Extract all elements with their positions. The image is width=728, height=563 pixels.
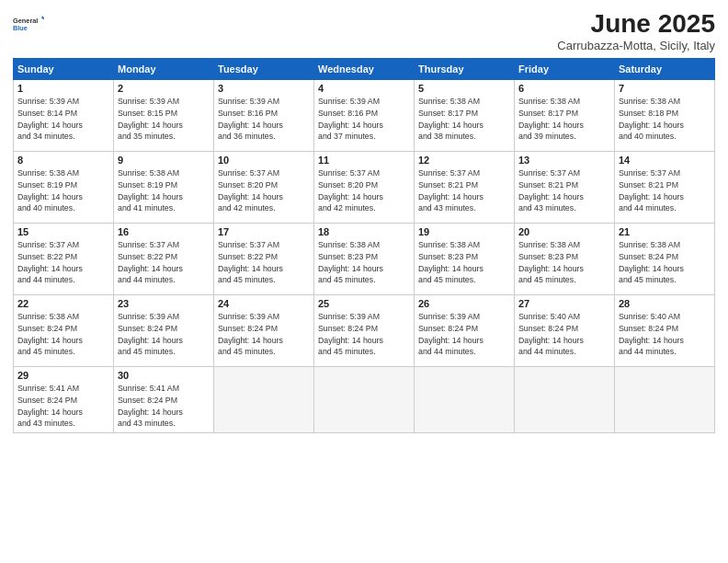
calendar-cell: 22Sunrise: 5:38 AMSunset: 8:24 PMDayligh… — [14, 295, 114, 367]
calendar-cell: 23Sunrise: 5:39 AMSunset: 8:24 PMDayligh… — [114, 295, 214, 367]
col-header-friday: Friday — [515, 59, 615, 80]
day-number: 21 — [619, 226, 711, 237]
day-number: 20 — [518, 226, 610, 237]
calendar-cell: 20Sunrise: 5:38 AMSunset: 8:23 PMDayligh… — [515, 224, 615, 295]
calendar-cell: 25Sunrise: 5:39 AMSunset: 8:24 PMDayligh… — [314, 295, 415, 367]
day-number: 4 — [318, 83, 410, 94]
calendar-cell: 13Sunrise: 5:37 AMSunset: 8:21 PMDayligh… — [515, 152, 615, 224]
day-number: 13 — [518, 155, 610, 166]
day-number: 12 — [418, 155, 510, 166]
calendar-cell — [615, 367, 715, 433]
calendar-cell: 9Sunrise: 5:38 AMSunset: 8:19 PMDaylight… — [114, 152, 214, 224]
day-info: Sunrise: 5:37 AMSunset: 8:21 PMDaylight:… — [418, 167, 510, 214]
svg-text:Blue: Blue — [13, 24, 28, 32]
day-info: Sunrise: 5:39 AMSunset: 8:24 PMDaylight:… — [318, 311, 410, 358]
day-info: Sunrise: 5:37 AMSunset: 8:21 PMDaylight:… — [518, 167, 610, 214]
month-title: June 2025 — [557, 9, 715, 39]
calendar-cell — [214, 367, 314, 433]
title-area: June 2025 Carrubazza-Motta, Sicily, Ital… — [557, 9, 715, 52]
day-info: Sunrise: 5:39 AMSunset: 8:15 PMDaylight:… — [118, 96, 210, 143]
day-number: 23 — [118, 298, 210, 309]
calendar-cell: 30Sunrise: 5:41 AMSunset: 8:24 PMDayligh… — [114, 367, 214, 433]
day-info: Sunrise: 5:37 AMSunset: 8:20 PMDaylight:… — [218, 167, 310, 214]
day-info: Sunrise: 5:38 AMSunset: 8:19 PMDaylight:… — [118, 167, 210, 214]
day-info: Sunrise: 5:40 AMSunset: 8:24 PMDaylight:… — [518, 311, 610, 358]
calendar-cell: 10Sunrise: 5:37 AMSunset: 8:20 PMDayligh… — [214, 152, 314, 224]
day-info: Sunrise: 5:37 AMSunset: 8:22 PMDaylight:… — [17, 239, 109, 286]
day-info: Sunrise: 5:39 AMSunset: 8:24 PMDaylight:… — [418, 311, 510, 358]
calendar-cell: 26Sunrise: 5:39 AMSunset: 8:24 PMDayligh… — [415, 295, 515, 367]
calendar-cell: 1Sunrise: 5:39 AMSunset: 8:14 PMDaylight… — [14, 80, 114, 152]
day-number: 26 — [418, 298, 510, 309]
day-number: 2 — [118, 83, 210, 94]
day-number: 24 — [218, 298, 310, 309]
page: General Blue June 2025 Carrubazza-Motta,… — [0, 0, 728, 563]
day-info: Sunrise: 5:38 AMSunset: 8:19 PMDaylight:… — [17, 167, 109, 214]
col-header-monday: Monday — [114, 59, 214, 80]
day-number: 25 — [318, 298, 410, 309]
day-info: Sunrise: 5:37 AMSunset: 8:22 PMDaylight:… — [118, 239, 210, 286]
logo-svg: General Blue — [13, 9, 44, 40]
day-info: Sunrise: 5:38 AMSunset: 8:23 PMDaylight:… — [418, 239, 510, 286]
calendar: SundayMondayTuesdayWednesdayThursdayFrid… — [13, 58, 715, 433]
day-number: 10 — [218, 155, 310, 166]
day-info: Sunrise: 5:39 AMSunset: 8:24 PMDaylight:… — [218, 311, 310, 358]
day-info: Sunrise: 5:37 AMSunset: 8:22 PMDaylight:… — [218, 239, 310, 286]
day-number: 9 — [118, 155, 210, 166]
calendar-cell: 24Sunrise: 5:39 AMSunset: 8:24 PMDayligh… — [214, 295, 314, 367]
location: Carrubazza-Motta, Sicily, Italy — [557, 39, 715, 52]
day-number: 1 — [17, 83, 109, 94]
col-header-tuesday: Tuesday — [214, 59, 314, 80]
day-number: 6 — [518, 83, 610, 94]
day-number: 7 — [619, 83, 711, 94]
calendar-week-5: 29Sunrise: 5:41 AMSunset: 8:24 PMDayligh… — [14, 367, 715, 433]
day-info: Sunrise: 5:37 AMSunset: 8:21 PMDaylight:… — [619, 167, 711, 214]
day-info: Sunrise: 5:38 AMSunset: 8:23 PMDaylight:… — [318, 239, 410, 286]
calendar-cell: 17Sunrise: 5:37 AMSunset: 8:22 PMDayligh… — [214, 224, 314, 295]
calendar-cell: 2Sunrise: 5:39 AMSunset: 8:15 PMDaylight… — [114, 80, 214, 152]
day-number: 30 — [118, 370, 210, 381]
day-info: Sunrise: 5:41 AMSunset: 8:24 PMDaylight:… — [17, 383, 109, 430]
calendar-week-1: 1Sunrise: 5:39 AMSunset: 8:14 PMDaylight… — [14, 80, 715, 152]
day-info: Sunrise: 5:38 AMSunset: 8:17 PMDaylight:… — [418, 96, 510, 143]
calendar-cell: 14Sunrise: 5:37 AMSunset: 8:21 PMDayligh… — [615, 152, 715, 224]
calendar-cell: 4Sunrise: 5:39 AMSunset: 8:16 PMDaylight… — [314, 80, 415, 152]
calendar-cell: 21Sunrise: 5:38 AMSunset: 8:24 PMDayligh… — [615, 224, 715, 295]
day-info: Sunrise: 5:40 AMSunset: 8:24 PMDaylight:… — [619, 311, 711, 358]
day-number: 3 — [218, 83, 310, 94]
day-info: Sunrise: 5:39 AMSunset: 8:14 PMDaylight:… — [17, 96, 109, 143]
day-number: 5 — [418, 83, 510, 94]
day-info: Sunrise: 5:38 AMSunset: 8:17 PMDaylight:… — [518, 96, 610, 143]
calendar-cell: 19Sunrise: 5:38 AMSunset: 8:23 PMDayligh… — [415, 224, 515, 295]
day-info: Sunrise: 5:39 AMSunset: 8:24 PMDaylight:… — [118, 311, 210, 358]
day-number: 28 — [619, 298, 711, 309]
calendar-cell: 6Sunrise: 5:38 AMSunset: 8:17 PMDaylight… — [515, 80, 615, 152]
day-number: 14 — [619, 155, 711, 166]
calendar-week-3: 15Sunrise: 5:37 AMSunset: 8:22 PMDayligh… — [14, 224, 715, 295]
calendar-cell: 16Sunrise: 5:37 AMSunset: 8:22 PMDayligh… — [114, 224, 214, 295]
day-info: Sunrise: 5:38 AMSunset: 8:24 PMDaylight:… — [619, 239, 711, 286]
calendar-cell: 5Sunrise: 5:38 AMSunset: 8:17 PMDaylight… — [415, 80, 515, 152]
day-number: 29 — [17, 370, 109, 381]
col-header-sunday: Sunday — [14, 59, 114, 80]
col-header-wednesday: Wednesday — [314, 59, 415, 80]
day-info: Sunrise: 5:39 AMSunset: 8:16 PMDaylight:… — [218, 96, 310, 143]
calendar-cell: 3Sunrise: 5:39 AMSunset: 8:16 PMDaylight… — [214, 80, 314, 152]
calendar-cell — [314, 367, 415, 433]
calendar-cell: 15Sunrise: 5:37 AMSunset: 8:22 PMDayligh… — [14, 224, 114, 295]
day-number: 8 — [17, 155, 109, 166]
day-number: 18 — [318, 226, 410, 237]
calendar-cell: 29Sunrise: 5:41 AMSunset: 8:24 PMDayligh… — [14, 367, 114, 433]
day-number: 17 — [218, 226, 310, 237]
calendar-cell — [415, 367, 515, 433]
calendar-cell: 18Sunrise: 5:38 AMSunset: 8:23 PMDayligh… — [314, 224, 415, 295]
calendar-header-row: SundayMondayTuesdayWednesdayThursdayFrid… — [14, 59, 715, 80]
day-info: Sunrise: 5:37 AMSunset: 8:20 PMDaylight:… — [318, 167, 410, 214]
day-info: Sunrise: 5:38 AMSunset: 8:18 PMDaylight:… — [619, 96, 711, 143]
day-info: Sunrise: 5:38 AMSunset: 8:24 PMDaylight:… — [17, 311, 109, 358]
day-number: 16 — [118, 226, 210, 237]
day-info: Sunrise: 5:38 AMSunset: 8:23 PMDaylight:… — [518, 239, 610, 286]
calendar-cell: 28Sunrise: 5:40 AMSunset: 8:24 PMDayligh… — [615, 295, 715, 367]
calendar-cell: 12Sunrise: 5:37 AMSunset: 8:21 PMDayligh… — [415, 152, 515, 224]
col-header-saturday: Saturday — [615, 59, 715, 80]
